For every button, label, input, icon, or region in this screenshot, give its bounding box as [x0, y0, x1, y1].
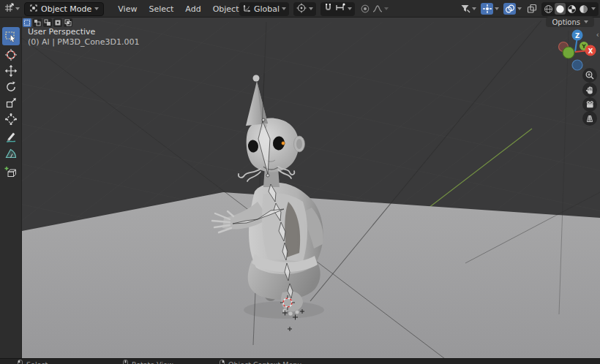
mouse-left-icon — [18, 360, 23, 364]
tool-rotate[interactable] — [2, 80, 20, 94]
chevron-down-icon — [495, 7, 499, 10]
status-bar: Select Rotate View Object Context Menu — [0, 358, 600, 364]
select-mode-invert[interactable] — [53, 18, 62, 27]
toggle-projection-button[interactable] — [582, 111, 597, 126]
select-mode-set[interactable] — [23, 18, 31, 27]
shading-mode-group — [541, 2, 599, 16]
select-mode-group — [23, 18, 72, 27]
mode-dropdown[interactable]: Object Mode — [24, 2, 104, 16]
chevron-down-icon — [384, 7, 389, 10]
chevron-down-icon — [348, 7, 352, 10]
proportional-editing-controls — [359, 3, 389, 15]
pan-button[interactable] — [582, 83, 597, 97]
editor-type-button[interactable] — [4, 2, 20, 16]
show-overlays-toggle[interactable] — [503, 3, 516, 15]
menu-add[interactable]: Add — [180, 2, 206, 16]
gizmo-axis-pos-y-ball[interactable] — [563, 47, 574, 58]
chevron-down-icon — [282, 7, 286, 10]
chevron-down-icon — [15, 7, 20, 10]
blender-window: { "topbar": { "editor": { "icon": "edito… — [0, 0, 600, 364]
transform-orientation-label: Global — [254, 4, 280, 14]
transform-orientation-dropdown[interactable]: Global — [239, 2, 289, 16]
transform-orientation-icon — [242, 3, 252, 15]
menu-view[interactable]: View — [113, 2, 142, 16]
menu-select[interactable]: Select — [143, 2, 179, 16]
options-dropdown[interactable]: Options — [546, 17, 594, 27]
viewport-overlay-perspective: User Perspective — [28, 27, 95, 37]
statusbar-hint-select: Select — [18, 360, 48, 364]
chevron-down-icon — [591, 7, 596, 10]
tool-annotate[interactable] — [2, 129, 20, 144]
zoom-button[interactable] — [582, 68, 597, 83]
gizmo-axis-neg-z[interactable] — [572, 60, 582, 70]
shading-rendered-button[interactable] — [578, 3, 589, 15]
statusbar-hint-context-menu: Object Context Menu — [220, 360, 301, 364]
gizmo-z-label: Z — [575, 32, 580, 39]
pivot-point-dropdown[interactable] — [293, 2, 316, 16]
mouse-right-icon — [220, 360, 225, 364]
object-type-visibility-icon — [460, 2, 470, 16]
shading-solid-button[interactable] — [555, 3, 566, 15]
chevron-down-icon — [309, 7, 313, 10]
editor-type-3d-viewport-icon — [4, 2, 14, 16]
tool-scale[interactable] — [2, 96, 20, 110]
tool-transform[interactable] — [2, 112, 20, 126]
tool-measure[interactable] — [2, 146, 20, 161]
toggle-xray-button[interactable] — [526, 3, 537, 15]
object-origin-dot — [282, 142, 285, 145]
viewport-overlay-object-name: (0) Al | PM3D_Cone3D1.001 — [28, 37, 140, 47]
chevron-down-icon — [472, 7, 476, 10]
shading-material-button[interactable] — [566, 3, 577, 15]
toolbar — [0, 18, 22, 358]
options-label: Options — [552, 18, 580, 26]
gizmo-x-label: X — [588, 48, 593, 55]
snap-controls — [320, 2, 355, 16]
snap-magnet-toggle[interactable] — [323, 3, 333, 15]
viewport-header: Object Mode View Select Add Object Globa… — [0, 0, 600, 18]
mouse-middle-icon — [123, 360, 128, 364]
chevron-down-icon — [94, 7, 99, 10]
y-axis-line — [422, 129, 532, 213]
chevron-left-icon[interactable]: ‹ — [596, 31, 599, 39]
mode-dropdown-label: Object Mode — [41, 4, 91, 14]
falloff-curve-dropdown[interactable] — [372, 3, 383, 15]
statusbar-hint-rotate-view: Rotate View — [123, 360, 173, 364]
tool-select-box[interactable] — [2, 27, 20, 45]
tool-cursor[interactable] — [2, 48, 20, 62]
shading-wireframe-button[interactable] — [543, 3, 554, 15]
select-mode-subtract[interactable] — [43, 18, 52, 27]
proportional-editing-toggle[interactable] — [359, 3, 370, 15]
tool-move[interactable] — [2, 64, 20, 78]
chevron-down-icon — [584, 20, 588, 23]
tool-add-cube[interactable] — [2, 164, 20, 181]
select-mode-extend[interactable] — [33, 18, 42, 27]
snap-target-dropdown[interactable] — [335, 3, 345, 15]
object-mode-icon — [29, 4, 38, 15]
menu-object[interactable]: Object — [208, 2, 244, 16]
show-gizmo-toggle[interactable] — [481, 3, 493, 15]
select-mode-intersect[interactable] — [64, 18, 72, 27]
navigation-gizmo[interactable]: Z Y X — [559, 30, 596, 71]
pivot-point-icon — [296, 3, 307, 15]
object-type-visibility-dropdown[interactable] — [460, 2, 476, 16]
viewport-canvas: Z Y X — [22, 18, 600, 358]
chevron-down-icon — [517, 7, 522, 10]
viewport-3d[interactable]: Z Y X User Perspective (0) Al | PM3D_Con… — [22, 18, 600, 358]
camera-view-button[interactable] — [582, 97, 597, 112]
